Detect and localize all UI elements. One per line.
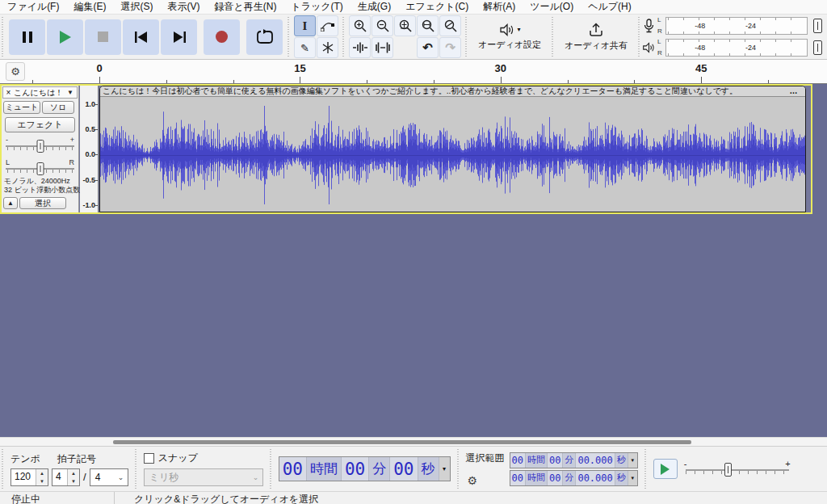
close-track-icon[interactable]: ×: [3, 88, 14, 97]
toolbar-grip[interactable]: [456, 449, 460, 489]
redo-button[interactable]: ↷: [439, 37, 461, 58]
menu-item[interactable]: ツール(O): [523, 0, 581, 14]
toolbar-grip[interactable]: [342, 17, 346, 57]
time-digit-cell[interactable]: 00: [342, 457, 369, 481]
play-speed-slider-thumb[interactable]: [724, 463, 732, 477]
menu-item[interactable]: ファイル(F): [0, 0, 66, 14]
menu-item[interactable]: 選択(S): [113, 0, 160, 14]
spin-down-icon[interactable]: ▼: [36, 477, 48, 485]
fit-project-button[interactable]: [417, 15, 439, 36]
skip-to-end-button[interactable]: [161, 19, 197, 55]
recording-meter-bar[interactable]: -48-24: [665, 17, 808, 35]
time-digit-cell[interactable]: 00: [548, 471, 563, 485]
collapse-track-button[interactable]: ▲: [3, 197, 18, 209]
toolbar-grip[interactable]: [269, 449, 273, 489]
clip-menu-button[interactable]: …: [785, 86, 803, 96]
stop-button[interactable]: [85, 19, 121, 55]
toolbar-grip[interactable]: [1, 449, 5, 489]
timesig-upper-value[interactable]: 4: [52, 469, 67, 485]
selection-start-display[interactable]: 00時間00分00.000秒▾: [510, 452, 638, 468]
timesig-lower-combo[interactable]: 4 ⌄: [90, 468, 128, 486]
time-format-dropdown-icon[interactable]: ▾: [628, 471, 637, 485]
time-unit-cell[interactable]: 秒: [418, 457, 439, 481]
toolbar-grip[interactable]: [134, 449, 138, 489]
pan-slider[interactable]: L R: [6, 158, 74, 178]
time-unit-cell[interactable]: 分: [563, 471, 576, 485]
time-digit-cell[interactable]: 00: [510, 453, 526, 468]
trim-audio-button[interactable]: [349, 37, 371, 58]
loop-button[interactable]: [246, 19, 283, 55]
track-area[interactable]: × こんにちは！ ▼ ミュート ソロ エフェクト - + L R: [0, 84, 827, 437]
zoom-in-button[interactable]: [349, 15, 371, 36]
time-unit-cell[interactable]: 時間: [307, 457, 342, 481]
track-menu-dropdown-icon[interactable]: ▼: [67, 89, 77, 96]
menu-item[interactable]: エフェクト(C): [398, 0, 476, 14]
toolbar-grip[interactable]: [551, 17, 555, 57]
toolbar-grip[interactable]: [644, 449, 648, 489]
play-speed-slider[interactable]: - +: [684, 459, 791, 480]
fit-selection-button[interactable]: [394, 15, 416, 36]
spin-up-icon[interactable]: ▲: [36, 469, 48, 477]
time-format-dropdown-icon[interactable]: ▾: [439, 457, 450, 481]
menu-item[interactable]: ヘルプ(H): [581, 0, 639, 14]
snap-unit-combo[interactable]: ミリ秒 ⌄: [144, 468, 263, 486]
skip-to-start-button[interactable]: [123, 19, 159, 55]
time-unit-cell[interactable]: 時間: [526, 453, 548, 468]
time-unit-cell[interactable]: 秒: [615, 471, 628, 485]
silence-audio-button[interactable]: [372, 37, 393, 58]
gain-slider-thumb[interactable]: [36, 140, 44, 153]
recording-volume-slider[interactable]: [809, 17, 824, 35]
menu-item[interactable]: 表示(V): [160, 0, 207, 14]
horizontal-scrollbar-thumb[interactable]: [113, 440, 691, 444]
playback-meter-bar[interactable]: -48-24: [665, 39, 808, 57]
tempo-spinbox[interactable]: 120 ▲▼: [10, 468, 48, 486]
playback-volume-slider[interactable]: [809, 39, 824, 57]
time-digit-cell[interactable]: 00.000: [576, 453, 615, 468]
undo-button[interactable]: ↶: [417, 37, 439, 58]
timeline-ruler[interactable]: ⚙ 0153045: [0, 60, 827, 84]
audio-position-display[interactable]: 00時間00分00秒▾: [279, 456, 451, 481]
time-unit-cell[interactable]: 分: [369, 457, 390, 481]
menu-item[interactable]: 編集(E): [66, 0, 113, 14]
time-unit-cell[interactable]: 分: [563, 453, 576, 468]
menu-item[interactable]: トラック(T): [283, 0, 350, 14]
toolbar-grip[interactable]: [464, 17, 468, 57]
effects-button[interactable]: エフェクト: [5, 117, 75, 132]
mute-button[interactable]: ミュート: [3, 101, 40, 114]
time-digit-cell[interactable]: 00: [279, 457, 307, 481]
pause-button[interactable]: [9, 19, 45, 55]
draw-tool-button[interactable]: ✎: [294, 37, 316, 58]
waveform-canvas[interactable]: [100, 97, 805, 212]
menu-item[interactable]: 生成(G): [351, 0, 398, 14]
toolbar-grip[interactable]: [287, 17, 291, 57]
clip-header[interactable]: こんにちは！今日は初心者でも簡単に使える無料の画像編集ソフトをいくつかご紹介しま…: [100, 86, 805, 97]
vertical-scale-ruler[interactable]: 1.00.50.0-0.5-1.0: [80, 86, 99, 212]
spin-up-icon[interactable]: ▲: [68, 469, 79, 477]
gain-slider[interactable]: - +: [6, 136, 74, 155]
zoom-toggle-button[interactable]: [439, 15, 461, 36]
selection-end-display[interactable]: 00時間00分00.000秒▾: [510, 470, 638, 486]
menu-item[interactable]: 録音と再生(N): [207, 0, 283, 14]
time-digit-cell[interactable]: 00.000: [576, 471, 615, 485]
play-at-speed-button[interactable]: [653, 459, 678, 479]
timeline-options-button[interactable]: ⚙: [6, 62, 25, 81]
time-digit-cell[interactable]: 00: [510, 471, 526, 485]
snap-checkbox[interactable]: [144, 453, 154, 464]
select-track-button[interactable]: 選択: [19, 197, 66, 209]
envelope-tool-button[interactable]: [317, 15, 338, 36]
selection-settings-button[interactable]: ⚙: [466, 474, 505, 487]
tempo-value[interactable]: 120: [11, 469, 36, 485]
share-audio-button[interactable]: オーディオ共有: [558, 21, 634, 53]
time-digit-cell[interactable]: 00: [548, 453, 563, 468]
spin-down-icon[interactable]: ▼: [68, 477, 79, 485]
time-unit-cell[interactable]: 秒: [615, 453, 628, 468]
multi-tool-button[interactable]: [317, 37, 338, 58]
track-name[interactable]: こんにちは！: [14, 87, 67, 99]
waveform-area[interactable]: [100, 97, 805, 212]
timesig-upper-spinbox[interactable]: 4 ▲▼: [52, 468, 80, 486]
toolbar-grip[interactable]: [637, 17, 641, 57]
solo-button[interactable]: ソロ: [42, 101, 74, 114]
horizontal-scrollbar[interactable]: [0, 437, 827, 446]
selection-tool-button[interactable]: I: [294, 15, 316, 36]
time-format-dropdown-icon[interactable]: ▾: [628, 453, 637, 468]
